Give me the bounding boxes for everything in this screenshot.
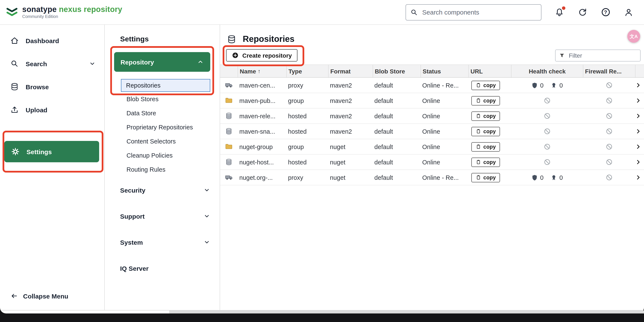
repo-format-cell: nuget [328,174,373,181]
repo-type-cell: hosted [286,112,328,119]
chevron-right-icon [635,82,642,88]
column-header-name[interactable]: Name ↑ [238,65,286,77]
row-expand-cell[interactable] [635,82,644,88]
filter-input[interactable] [568,51,637,59]
repo-blob-cell: default [373,143,420,150]
system-section-button[interactable]: System [105,235,220,249]
group-repo-icon [225,143,233,151]
row-expand-cell[interactable] [635,97,644,104]
support-section-button[interactable]: Support [105,209,220,223]
column-header-format[interactable]: Format [328,65,373,77]
chevron-right-icon [635,174,642,181]
column-header-status[interactable]: Status [420,65,468,77]
notifications-button[interactable] [554,7,564,17]
repo-type-cell: proxy [286,174,328,181]
table-row[interactable]: maven-pub... group maven2 default Online… [220,93,644,108]
copy-url-button[interactable]: copy [471,157,500,167]
section-label: IQ Server [120,265,148,272]
copy-url-button[interactable]: copy [471,111,500,121]
health-check-cell: 0 0 [511,174,583,181]
health-check-cell [511,112,583,120]
table-header-row: Name ↑ Type Format Blob Store Status URL… [220,64,644,78]
column-header-type[interactable]: Type [286,65,328,77]
filter-box[interactable] [555,49,640,61]
global-search-input[interactable] [421,8,537,16]
repo-url-cell: copy [468,142,511,151]
repo-type-cell: hosted [286,159,328,165]
repo-type-cell: hosted [286,128,328,135]
table-row[interactable]: maven-sna... hosted maven2 default Onlin… [220,124,644,139]
sidebar-item-search[interactable]: Search [0,52,104,75]
page-title-row: Repositories [220,25,644,44]
award-icon [550,82,557,89]
nav-item-routing-rules[interactable]: Routing Rules [105,162,220,176]
sidebar-item-browse[interactable]: Browse [0,75,104,98]
column-header-icon [220,65,238,77]
refresh-button[interactable] [577,7,588,17]
table-row[interactable]: nuget-host... hosted nuget default Onlin… [220,155,644,170]
row-expand-cell[interactable] [635,143,644,150]
row-expand-cell[interactable] [635,128,644,135]
repository-section-button[interactable]: Repository [114,52,210,72]
table-row[interactable]: nuget-group group nuget default Online c… [220,139,644,155]
copy-url-button[interactable]: copy [471,173,500,182]
sidebar-item-dashboard[interactable]: Dashboard [0,29,104,52]
column-header-blob-store[interactable]: Blob Store [373,65,420,77]
column-header-firewall[interactable]: Firewall Re... [583,65,635,77]
security-section-button[interactable]: Security [105,183,220,197]
row-expand-cell[interactable] [635,174,644,181]
repo-status-cell: Online [420,112,468,119]
iq-server-button[interactable]: IQ Server [105,261,220,276]
repo-status-cell: Online [420,159,468,165]
nav-item-blob-stores[interactable]: Blob Stores [105,92,220,106]
brand: sonatype nexus repository Community Edit… [6,5,122,19]
funnel-icon [559,52,565,58]
horizontal-scrollbar[interactable] [169,311,644,314]
repo-blob-cell: default [373,174,420,181]
nav-item-cleanup-policies[interactable]: Cleanup Policies [105,148,220,162]
nav-item-content-selectors[interactable]: Content Selectors [105,134,220,148]
table-row[interactable]: nuget.org-... proxy nuget default Online… [220,170,644,185]
nav-item-data-store[interactable]: Data Store [105,106,220,120]
repo-name-cell: maven-cen... [238,82,286,89]
row-expand-cell[interactable] [635,113,644,119]
health-badge-count: 0 [560,174,563,181]
gear-icon [11,147,20,156]
help-button[interactable]: ? [600,7,611,17]
copy-url-button[interactable]: copy [471,142,500,151]
nav-item-proprietary-repositories[interactable]: Proprietary Repositories [105,120,220,134]
repo-url-cell: copy [468,127,511,136]
nav-item-repositories[interactable]: Repositories [121,79,210,92]
copy-url-button[interactable]: copy [471,127,500,136]
chevron-down-icon [89,60,96,67]
user-button[interactable] [624,7,634,17]
notification-dot [562,6,565,9]
table-row[interactable]: maven-cen... proxy maven2 default Online… [220,78,644,93]
column-header-url[interactable]: URL [468,65,511,77]
copy-url-button[interactable]: copy [471,80,500,90]
edition-label: Community Edition [22,14,122,19]
repo-url-cell: copy [468,80,511,90]
blocked-icon [605,158,612,166]
global-search[interactable] [406,4,542,20]
arrow-left-icon [10,292,18,300]
sidebar-item-settings[interactable]: Settings [4,141,99,162]
row-expand-cell[interactable] [635,159,644,165]
column-header-health-check[interactable]: Health check [511,65,583,77]
translate-extension-badge[interactable]: 文A [627,30,640,43]
table-row[interactable]: maven-rele... hosted maven2 default Onli… [220,108,644,124]
repo-url-cell: copy [468,157,511,167]
copy-url-button[interactable]: copy [471,96,500,105]
collapse-menu-button[interactable]: Collapse Menu [0,290,104,302]
blocked-icon [543,143,551,150]
nav-item-label: Data Store [126,109,156,116]
create-repository-button[interactable]: Create repository [226,49,298,61]
clipboard-icon [476,159,481,165]
sidebar-item-upload[interactable]: Upload [0,98,104,121]
header-actions: ? [406,4,634,20]
repo-name-cell: nuget-host... [238,159,286,165]
hosted-repo-icon [225,112,233,120]
copy-label: copy [483,174,496,180]
health-shield-count: 0 [540,174,544,181]
column-label: Blob Store [375,68,405,74]
